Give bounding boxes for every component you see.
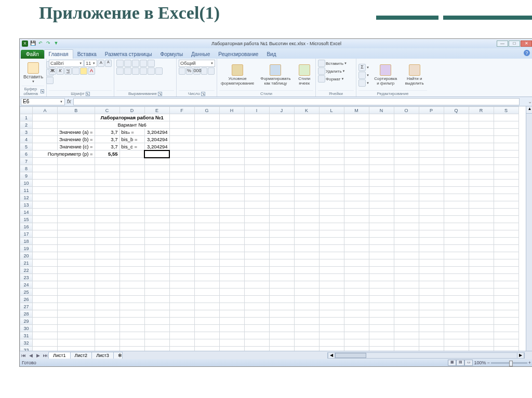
col-header-N[interactable]: N (369, 107, 394, 114)
cell-N18[interactable] (369, 238, 394, 245)
cell-H27[interactable] (219, 303, 244, 310)
cell-S5[interactable] (494, 143, 518, 150)
cell-B17[interactable] (58, 230, 95, 238)
cell-Q16[interactable] (444, 223, 469, 230)
cell-J25[interactable] (269, 289, 294, 296)
cell-D13[interactable] (119, 201, 144, 209)
cell-K13[interactable] (294, 201, 319, 209)
cell-Q3[interactable] (444, 129, 469, 136)
last-sheet-icon[interactable]: ⏭ (42, 353, 49, 358)
cell-I27[interactable] (244, 303, 269, 310)
cell-D3[interactable]: bisₐ = (119, 129, 144, 136)
cell-J12[interactable] (269, 194, 294, 201)
cell-L28[interactable] (319, 310, 344, 318)
cell-M32[interactable] (344, 339, 369, 347)
cell-O27[interactable] (394, 303, 419, 310)
cell-A29[interactable] (33, 318, 58, 325)
row-header-11[interactable]: 11 (20, 187, 33, 194)
cell-O5[interactable] (394, 143, 419, 150)
cell-J20[interactable] (269, 252, 294, 259)
row-header-30[interactable]: 30 (20, 325, 33, 332)
cell-M24[interactable] (344, 281, 369, 289)
cell-F19[interactable] (169, 245, 194, 252)
cell-Q12[interactable] (444, 194, 469, 201)
zoom-slider[interactable] (491, 362, 527, 364)
cell-O24[interactable] (394, 281, 419, 289)
cell-M26[interactable] (344, 296, 369, 303)
cell-G13[interactable] (194, 201, 219, 209)
cell-S30[interactable] (494, 325, 518, 332)
cell-C27[interactable] (95, 303, 119, 310)
delete-cells-button[interactable]: Удалить▼ (318, 67, 354, 75)
cell-J13[interactable] (269, 201, 294, 209)
cell-S18[interactable] (494, 238, 518, 245)
cell-B26[interactable] (58, 296, 95, 303)
cell-E7[interactable] (144, 158, 169, 165)
cell-C4[interactable]: 3,7 (95, 136, 119, 143)
cell-A19[interactable] (33, 245, 58, 252)
cell-F23[interactable] (169, 274, 194, 281)
cell-C20[interactable] (95, 252, 119, 259)
cell-Q32[interactable] (444, 339, 469, 347)
cell-P29[interactable] (419, 318, 444, 325)
cell-B15[interactable] (58, 216, 95, 223)
col-header-J[interactable]: J (269, 107, 294, 114)
cell-R13[interactable] (469, 201, 494, 209)
cell-Q22[interactable] (444, 267, 469, 274)
cell-C30[interactable] (95, 325, 119, 332)
find-select-button[interactable]: Найти и выделить (402, 64, 427, 86)
cell-J11[interactable] (269, 187, 294, 194)
row-header-31[interactable]: 31 (20, 332, 33, 339)
cell-A33[interactable] (33, 347, 58, 351)
cell-E25[interactable] (144, 289, 169, 296)
cell-E10[interactable] (144, 180, 169, 187)
cell-D5[interactable]: bis_c = (119, 143, 144, 150)
tab-data[interactable]: Данные (187, 50, 214, 59)
cell-G4[interactable] (194, 136, 219, 143)
cell-I11[interactable] (244, 187, 269, 194)
cell-I32[interactable] (244, 339, 269, 347)
cell-G1[interactable] (194, 114, 219, 121)
cell-M30[interactable] (344, 325, 369, 332)
cell-E9[interactable] (144, 172, 169, 180)
cell-D15[interactable] (119, 216, 144, 223)
cell-M8[interactable] (344, 165, 369, 172)
cell-O6[interactable] (394, 150, 419, 158)
cell-E16[interactable] (144, 223, 169, 230)
cell-P26[interactable] (419, 296, 444, 303)
cell-F21[interactable] (169, 259, 194, 267)
cell-B23[interactable] (58, 274, 95, 281)
cell-J27[interactable] (269, 303, 294, 310)
cell-N32[interactable] (369, 339, 394, 347)
row-header-9[interactable]: 9 (20, 172, 33, 180)
cell-S31[interactable] (494, 332, 518, 339)
row-header-6[interactable]: 6 (20, 150, 33, 158)
row-header-1[interactable]: 1 (20, 114, 33, 121)
row-header-14[interactable]: 14 (20, 209, 33, 216)
cell-G29[interactable] (194, 318, 219, 325)
cell-H22[interactable] (219, 267, 244, 274)
cell-A32[interactable] (33, 339, 58, 347)
cell-N33[interactable] (369, 347, 394, 351)
cell-A5[interactable] (33, 143, 58, 150)
cell-Q4[interactable] (444, 136, 469, 143)
cell-D6[interactable] (119, 150, 144, 158)
cell-J28[interactable] (269, 310, 294, 318)
cell-L1[interactable] (319, 114, 344, 121)
col-header-I[interactable]: I (244, 107, 269, 114)
cell-I10[interactable] (244, 180, 269, 187)
cell-G33[interactable] (194, 347, 219, 351)
cell-J16[interactable] (269, 223, 294, 230)
cell-J18[interactable] (269, 238, 294, 245)
cell-F11[interactable] (169, 187, 194, 194)
cell-P5[interactable] (419, 143, 444, 150)
cell-E3[interactable]: 3,204294 (144, 129, 169, 136)
col-header-K[interactable]: K (294, 107, 319, 114)
cell-K26[interactable] (294, 296, 319, 303)
cell-R5[interactable] (469, 143, 494, 150)
cell-Q24[interactable] (444, 281, 469, 289)
fill-button[interactable]: ▼ (358, 72, 369, 79)
cell-N10[interactable] (369, 180, 394, 187)
align-bottom-icon[interactable] (132, 60, 139, 67)
cell-I20[interactable] (244, 252, 269, 259)
